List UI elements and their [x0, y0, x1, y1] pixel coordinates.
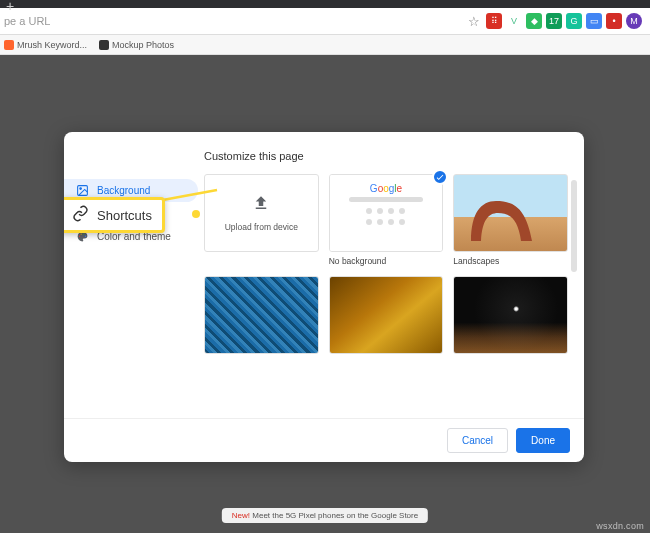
tile-label: Landscapes — [453, 256, 568, 266]
cancel-button[interactable]: Cancel — [447, 428, 508, 453]
ext-chat[interactable]: ▭ — [586, 13, 602, 29]
sidebar-item-shortcuts[interactable]: Shortcuts Shortcuts — [64, 202, 198, 225]
ext-grammarly[interactable]: G — [566, 13, 582, 29]
arch-icon — [466, 193, 536, 243]
ext-lastpass[interactable]: • — [606, 13, 622, 29]
shortcuts-callout: Shortcuts — [64, 197, 165, 233]
omnibox: pe a URL ☆ ⠿V◆17G▭•M — [0, 8, 650, 35]
svg-point-3 — [80, 233, 81, 234]
tile-no-background[interactable]: Google No background — [329, 174, 444, 266]
new-tab-icon[interactable]: + — [0, 0, 20, 14]
image-icon — [76, 184, 89, 197]
bookmark-icon — [99, 40, 109, 50]
dialog-title: Customize this page — [204, 150, 568, 162]
google-logo: Google — [370, 183, 402, 194]
ext-badge1[interactable]: 17 — [546, 13, 562, 29]
dialog-sidebar: Background Shortcuts Shortcuts — [64, 150, 204, 418]
svg-point-4 — [83, 233, 84, 234]
done-button[interactable]: Done — [516, 428, 570, 453]
promo-banner[interactable]: New! Meet the 5G Pixel phones on the Goo… — [222, 508, 428, 523]
tile-texture[interactable] — [329, 276, 444, 354]
watermark: wsxdn.com — [596, 521, 644, 531]
url-input[interactable]: pe a URL — [0, 15, 468, 27]
bookmark-semrush[interactable]: Mrush Keyword... — [4, 40, 87, 50]
ext-avatar[interactable]: M — [626, 13, 642, 29]
bookmarks-bar: Mrush Keyword... Mockup Photos — [0, 35, 650, 55]
dialog-content: Customize this page Upload from device G… — [204, 150, 580, 418]
bookmark-label: Mrush Keyword... — [17, 40, 87, 50]
bookmark-icon — [4, 40, 14, 50]
link-icon — [72, 205, 89, 225]
tile-label: No background — [329, 256, 444, 266]
promo-prefix: New! — [232, 511, 250, 520]
customize-dialog: Background Shortcuts Shortcuts — [64, 132, 584, 462]
extension-icons: ⠿V◆17G▭•M — [486, 13, 642, 29]
svg-point-2 — [79, 236, 80, 237]
tile-geometric[interactable] — [204, 276, 319, 354]
svg-point-5 — [85, 236, 86, 237]
ext-vue[interactable]: V — [506, 13, 522, 29]
checkmark-icon — [432, 169, 448, 185]
dialog-footer: Cancel Done — [64, 418, 584, 462]
bookmark-mockup[interactable]: Mockup Photos — [99, 40, 174, 50]
scrollbar[interactable] — [571, 180, 577, 272]
ext-evernote[interactable]: ◆ — [526, 13, 542, 29]
bookmark-label: Mockup Photos — [112, 40, 174, 50]
tile-landscapes[interactable]: Landscapes — [453, 174, 568, 266]
tile-label: Upload from device — [225, 222, 298, 232]
background-tiles: Upload from device Google No back — [204, 174, 568, 354]
tab-strip: + — [0, 0, 650, 8]
promo-text: Meet the 5G Pixel phones on the Google S… — [250, 511, 418, 520]
tile-night[interactable] — [453, 276, 568, 354]
tile-upload[interactable]: Upload from device — [204, 174, 319, 266]
highlight-dot-icon — [192, 210, 200, 218]
bookmark-star-icon[interactable]: ☆ — [468, 14, 480, 29]
no-bg-preview: Google — [330, 175, 443, 251]
upload-icon — [252, 194, 270, 216]
callout-label: Shortcuts — [97, 208, 152, 223]
svg-point-1 — [80, 188, 82, 190]
ext-translate[interactable]: ⠿ — [486, 13, 502, 29]
